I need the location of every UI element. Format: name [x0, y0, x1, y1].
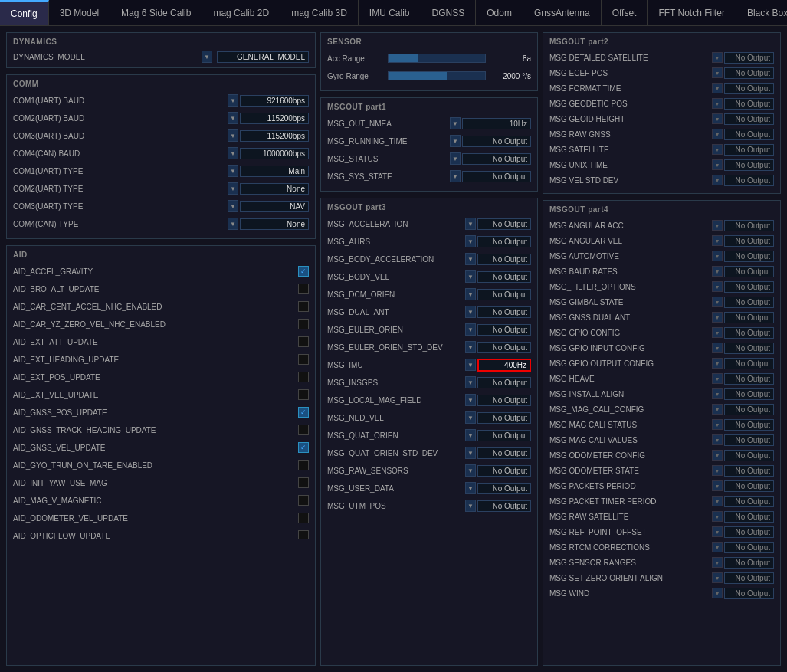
- msgout4-label-21: MSG RTCM CORRECTIONS: [549, 543, 712, 552]
- tab-dgnss[interactable]: DGNSS: [421, 0, 477, 25]
- right-column: MSGOUT part2 MSG DETAILED SATELLITE ▼ No…: [543, 32, 781, 666]
- msgout1-dropdown-0[interactable]: ▼: [450, 117, 461, 129]
- tab-mag-6-side-calib[interactable]: Mag 6 Side Calib: [110, 0, 202, 25]
- aid-checkbox-1[interactable]: [298, 284, 309, 294]
- comm-field-dropdown-4[interactable]: ▼: [228, 165, 238, 177]
- msgout4-icon-10[interactable]: ▼: [712, 373, 723, 384]
- msgout4-icon-13[interactable]: ▼: [712, 419, 723, 430]
- aid-checkbox-8[interactable]: [298, 407, 309, 418]
- msgout4-icon-21[interactable]: ▼: [712, 542, 723, 552]
- aid-checkbox-14[interactable]: [298, 513, 309, 523]
- msgout3-dropdown-1[interactable]: ▼: [465, 235, 476, 247]
- tab-odom[interactable]: Odom: [476, 0, 523, 25]
- msgout2-icon-7[interactable]: ▼: [712, 159, 723, 170]
- msgout3-dropdown-16[interactable]: ▼: [465, 500, 476, 512]
- msgout4-icon-17[interactable]: ▼: [712, 480, 723, 491]
- tab-mag-calib-3d[interactable]: mag Calib 3D: [280, 0, 359, 25]
- msgout3-value-14: No Output: [477, 465, 531, 477]
- tab-3d-model[interactable]: 3D Model: [49, 0, 110, 25]
- msgout3-dropdown-3[interactable]: ▼: [465, 270, 476, 283]
- msgout3-dropdown-0[interactable]: ▼: [465, 218, 476, 230]
- msgout4-icon-0[interactable]: ▼: [712, 220, 723, 231]
- aid-checkbox-10[interactable]: [298, 442, 309, 453]
- msgout3-dropdown-8[interactable]: ▼: [465, 359, 476, 371]
- msgout3-dropdown-10[interactable]: ▼: [465, 394, 476, 406]
- msgout4-icon-22[interactable]: ▼: [712, 557, 723, 568]
- tab-imu-calib[interactable]: IMU Calib: [359, 0, 421, 25]
- msgout2-row: MSG GEOID HEIGHT ▼ No Output: [549, 112, 774, 126]
- msgout2-icon-0[interactable]: ▼: [712, 52, 723, 63]
- comm-field-dropdown-6[interactable]: ▼: [228, 200, 238, 212]
- comm-field-dropdown-3[interactable]: ▼: [228, 147, 238, 159]
- msgout4-value-14: No Output: [724, 434, 774, 446]
- comm-field-dropdown-5[interactable]: ▼: [228, 182, 238, 195]
- msgout4-icon-6[interactable]: ▼: [712, 312, 723, 323]
- dynamics-model-dropdown[interactable]: ▼: [202, 51, 212, 63]
- msgout4-icon-12[interactable]: ▼: [712, 404, 723, 415]
- aid-checkbox-2[interactable]: [298, 301, 309, 312]
- comm-field-dropdown-1[interactable]: ▼: [228, 112, 238, 124]
- comm-field-dropdown-7[interactable]: ▼: [228, 218, 238, 230]
- msgout4-icon-24[interactable]: ▼: [712, 588, 723, 598]
- msgout1-dropdown-3[interactable]: ▼: [450, 170, 461, 182]
- msgout4-icon-4[interactable]: ▼: [712, 281, 723, 292]
- msgout3-dropdown-15[interactable]: ▼: [465, 482, 476, 494]
- msgout3-dropdown-7[interactable]: ▼: [465, 341, 476, 353]
- aid-checkbox-7[interactable]: [298, 389, 309, 400]
- aid-checkbox-3[interactable]: [298, 319, 309, 329]
- msgout4-icon-8[interactable]: ▼: [712, 343, 723, 353]
- msgout3-dropdown-2[interactable]: ▼: [465, 253, 476, 265]
- msgout3-dropdown-12[interactable]: ▼: [465, 429, 476, 441]
- msgout4-icon-5[interactable]: ▼: [712, 297, 723, 307]
- msgout2-icon-5[interactable]: ▼: [712, 129, 723, 139]
- msgout2-icon-1[interactable]: ▼: [712, 67, 723, 78]
- msgout3-dropdown-5[interactable]: ▼: [465, 306, 476, 318]
- msgout4-icon-19[interactable]: ▼: [712, 511, 723, 522]
- tab-offset[interactable]: Offset: [602, 0, 648, 25]
- msgout3-dropdown-4[interactable]: ▼: [465, 288, 476, 300]
- msgout3-dropdown-13[interactable]: ▼: [465, 447, 476, 459]
- msgout4-icon-18[interactable]: ▼: [712, 496, 723, 506]
- aid-checkbox-15[interactable]: [298, 530, 309, 539]
- aid-checkbox-13[interactable]: [298, 495, 309, 506]
- msgout3-dropdown-14[interactable]: ▼: [465, 464, 476, 477]
- msgout1-dropdown-1[interactable]: ▼: [450, 135, 461, 147]
- aid-checkbox-11[interactable]: [298, 460, 309, 470]
- msgout2-label-6: MSG SATELLITE: [549, 146, 712, 154]
- tab-mag-calib-2d[interactable]: mag Calib 2D: [202, 0, 280, 25]
- aid-checkbox-12[interactable]: [298, 477, 309, 488]
- msgout4-icon-7[interactable]: ▼: [712, 327, 723, 338]
- aid-checkbox-6[interactable]: [298, 372, 309, 382]
- msgout4-icon-23[interactable]: ▼: [712, 572, 723, 583]
- msgout4-icon-11[interactable]: ▼: [712, 388, 723, 399]
- msgout1-dropdown-2[interactable]: ▼: [450, 152, 461, 165]
- msgout2-icon-6[interactable]: ▼: [712, 144, 723, 155]
- aid-checkbox-0[interactable]: [298, 266, 309, 277]
- msgout2-icon-8[interactable]: ▼: [712, 175, 723, 185]
- msgout3-dropdown-6[interactable]: ▼: [465, 323, 476, 336]
- msgout3-dropdown-11[interactable]: ▼: [465, 411, 476, 424]
- comm-field-dropdown-0[interactable]: ▼: [228, 94, 238, 107]
- tab-config[interactable]: Config: [0, 0, 49, 25]
- msgout2-icon-3[interactable]: ▼: [712, 98, 723, 109]
- msgout4-icon-2[interactable]: ▼: [712, 251, 723, 261]
- msgout4-icon-1[interactable]: ▼: [712, 235, 723, 246]
- msgout4-icon-14[interactable]: ▼: [712, 434, 723, 445]
- comm-field-dropdown-2[interactable]: ▼: [228, 129, 238, 142]
- msgout2-icon-4[interactable]: ▼: [712, 113, 723, 124]
- tab-black-box[interactable]: Black Box: [736, 0, 787, 25]
- msgout4-icon-20[interactable]: ▼: [712, 526, 723, 537]
- dynamics-title: DYNAMICS: [13, 38, 309, 46]
- msgout4-icon-15[interactable]: ▼: [712, 450, 723, 461]
- aid-checkbox-9[interactable]: [298, 425, 309, 435]
- msgout4-icon-9[interactable]: ▼: [712, 358, 723, 369]
- aid-checkbox-5[interactable]: [298, 354, 309, 365]
- msgout4-icon-3[interactable]: ▼: [712, 266, 723, 277]
- tab-fft-notch-filter[interactable]: FFT Notch Filter: [648, 0, 736, 25]
- comm-field-row: COM4(CAN) BAUD ▼ 1000000bps: [13, 146, 309, 161]
- msgout4-icon-16[interactable]: ▼: [712, 465, 723, 476]
- aid-checkbox-4[interactable]: [298, 336, 309, 347]
- msgout2-icon-2[interactable]: ▼: [712, 83, 723, 93]
- tab-gnssantenna[interactable]: GnssAntenna: [523, 0, 602, 25]
- msgout3-dropdown-9[interactable]: ▼: [465, 376, 476, 388]
